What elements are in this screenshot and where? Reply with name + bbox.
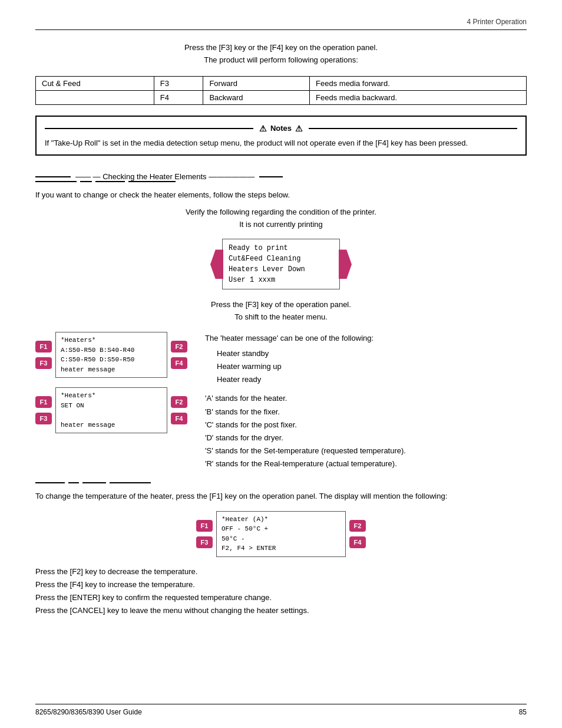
f2-button-panel2[interactable]: F2 <box>171 396 187 408</box>
table-cell-feeds-backward: Feeds media backward. <box>310 90 527 104</box>
f4-button-ha[interactable]: F4 <box>349 536 366 548</box>
heater-title-row <box>35 181 527 182</box>
intro-text: Press the [F3] key or the [F4] key on th… <box>35 42 527 67</box>
sf-5: 'S' stands for the Set-temperature (requ… <box>205 444 527 457</box>
p1-line4: heater message <box>61 365 162 375</box>
f4-button-panel1[interactable]: F4 <box>171 357 187 369</box>
sf-2: 'B' stands for the fixer. <box>205 406 527 419</box>
intro-line1: Press the [F3] key or the [F4] key on th… <box>35 42 527 54</box>
table-cell-forward: Forward <box>203 76 310 90</box>
ha-line4: F2, F4 > ENTER <box>222 543 340 554</box>
panel1-row: F1 F3 *Heaters* A:S50-R50 B:S40-R40 C:S5… <box>35 332 187 378</box>
heater-section-title-area: —— — Checking the Heater Elements —————— <box>35 172 527 181</box>
footer-bar: 8265/8290/8365/8390 User Guide 85 <box>35 704 527 716</box>
lcd-line1: Ready to print <box>229 243 333 253</box>
lcd-panel: Ready to print Cut&Feed Cleaning Heaters… <box>210 239 352 289</box>
f4-button-panel2[interactable]: F4 <box>171 413 187 424</box>
heater-panels-section: F1 F3 *Heaters* A:S50-R50 B:S40-R40 C:S5… <box>35 332 527 470</box>
panel1-screen: *Heaters* A:S50-R50 B:S40-R40 C:S50-R50 … <box>55 332 167 378</box>
hm-1: Heater standby <box>217 347 527 360</box>
header-bar: 4 Printer Operation <box>35 18 527 30</box>
lcd-line4: User 1 xxxm <box>229 275 333 285</box>
hm-3: Heater ready <box>217 373 527 386</box>
h-line-left <box>35 181 77 182</box>
lcd-line2: Cut&Feed Cleaning <box>229 253 333 264</box>
title-dash-right <box>259 176 283 177</box>
ct-line1 <box>35 482 65 483</box>
f2-button-panel1[interactable]: F2 <box>171 341 187 353</box>
panel1-buttons-right: F2 F4 <box>171 341 187 369</box>
heater-messages-list: Heater standby Heater warming up Heater … <box>217 347 527 386</box>
heater-panels-left: F1 F3 *Heaters* A:S50-R50 B:S40-R40 C:S5… <box>35 332 187 470</box>
change-temp-title-row <box>35 482 527 483</box>
hm-2: Heater warming up <box>217 360 527 373</box>
f3-button-ha[interactable]: F3 <box>196 536 213 548</box>
panel2-row: F1 F3 *Heaters* SET ON heater message F2… <box>35 387 187 433</box>
h-line-right <box>128 181 176 182</box>
ct-line2 <box>68 482 79 483</box>
panel2-buttons-left: F1 F3 <box>35 396 52 424</box>
table-row: Cut & Feed F3 Forward Feeds media forwar… <box>36 76 527 90</box>
table-cell-backward: Backward <box>203 90 310 104</box>
press-shift-line1: Press the [F3] key of the operation pane… <box>35 299 527 311</box>
warning-icon-right: ⚠ <box>295 123 303 135</box>
stands-for-list: 'A' stands for the heater. 'B' stands fo… <box>205 392 527 470</box>
notes-line-right <box>309 128 517 129</box>
instr-2: Press the [F4] key to increase the tempe… <box>35 578 527 591</box>
warning-icon-left: ⚠ <box>259 123 267 135</box>
sf-1: 'A' stands for the heater. <box>205 392 527 405</box>
f1-button-panel2[interactable]: F1 <box>35 396 52 408</box>
panel1-buttons-left: F1 F3 <box>35 341 52 369</box>
h-line-mid1 <box>80 181 92 182</box>
table-cell-f3: F3 <box>154 76 203 90</box>
sf-4: 'D' stands for the dryer. <box>205 431 527 444</box>
p2-line4: heater message <box>61 420 162 430</box>
ha-line2: OFF - 50°C + <box>222 524 340 534</box>
panel2-screen: *Heaters* SET ON heater message <box>55 387 167 433</box>
instr-4: Press the [CANCEL] key to leave the menu… <box>35 604 527 617</box>
verify-line1: Verify the following regarding the condi… <box>35 206 527 219</box>
heater-intro: If you want to change or check the heate… <box>35 189 527 202</box>
heater-right-desc: The 'heater message' can be one of the f… <box>205 332 527 470</box>
ct-line3 <box>82 482 106 483</box>
p1-line2: A:S50-R50 B:S40-R40 <box>61 345 162 355</box>
lcd-screen: Ready to print Cut&Feed Cleaning Heaters… <box>222 239 340 289</box>
press-shift-line2: To shift to the heater menu. <box>35 311 527 324</box>
panel2-buttons-right: F2 F4 <box>171 396 187 424</box>
f1-button-ha[interactable]: F1 <box>196 520 213 532</box>
f3-button-panel2[interactable]: F3 <box>35 413 52 424</box>
operation-table: Cut & Feed F3 Forward Feeds media forwar… <box>35 76 527 105</box>
heater-msg-title: The 'heater message' can be one of the f… <box>205 332 527 345</box>
sf-6: 'R' stands for the Real-temperature (act… <box>205 457 527 470</box>
lcd-right-arrow <box>339 249 352 279</box>
p1-line1: *Heaters* <box>61 335 162 345</box>
ha-buttons-right: F2 F4 <box>349 520 366 548</box>
p2-line1: *Heaters* <box>61 391 162 401</box>
title-dash-inline: —— — <box>75 172 103 181</box>
instr-3: Press the [ENTER] key to confirm the req… <box>35 591 527 604</box>
ha-screen: *Heater (A)* OFF - 50°C + 50°C - F2, F4 … <box>216 511 346 557</box>
sf-3: 'C' stands for the post fixer. <box>205 419 527 431</box>
heater-a-section: F1 F3 *Heater (A)* OFF - 50°C + 50°C - F… <box>35 511 527 557</box>
ha-line1: *Heater (A)* <box>222 515 340 525</box>
instructions-list: Press the [F2] key to decrease the tempe… <box>35 565 527 617</box>
notes-line-left <box>45 128 253 129</box>
f1-button-panel1[interactable]: F1 <box>35 341 52 353</box>
p2-line3 <box>61 410 162 420</box>
footer-title: 8265/8290/8365/8390 User Guide <box>35 708 142 716</box>
p1-line3: C:S50-R50 D:S50-R50 <box>61 355 162 365</box>
table-row: F4 Backward Feeds media backward. <box>36 90 527 104</box>
table-cell-cut-feed: Cut & Feed <box>36 76 154 90</box>
notes-section: ⚠ Notes ⚠ If "Take-Up Roll" is set in th… <box>35 116 527 156</box>
change-temp-section: To change the temperature of the heater,… <box>35 482 527 617</box>
f3-button-panel1[interactable]: F3 <box>35 357 52 369</box>
ha-buttons-left: F1 F3 <box>196 520 213 548</box>
instr-1: Press the [F2] key to decrease the tempe… <box>35 565 527 578</box>
heater-a-panel: F1 F3 *Heater (A)* OFF - 50°C + 50°C - F… <box>196 511 366 557</box>
section-title-line: —— — Checking the Heater Elements —————— <box>35 172 527 181</box>
f2-button-ha[interactable]: F2 <box>349 520 366 532</box>
notes-text: If "Take-Up Roll" is set in the media de… <box>45 137 517 149</box>
notes-title: ⚠ Notes ⚠ <box>253 123 309 135</box>
footer-page: 85 <box>519 708 527 716</box>
lcd-line3: Heaters Lever Down <box>229 264 333 275</box>
